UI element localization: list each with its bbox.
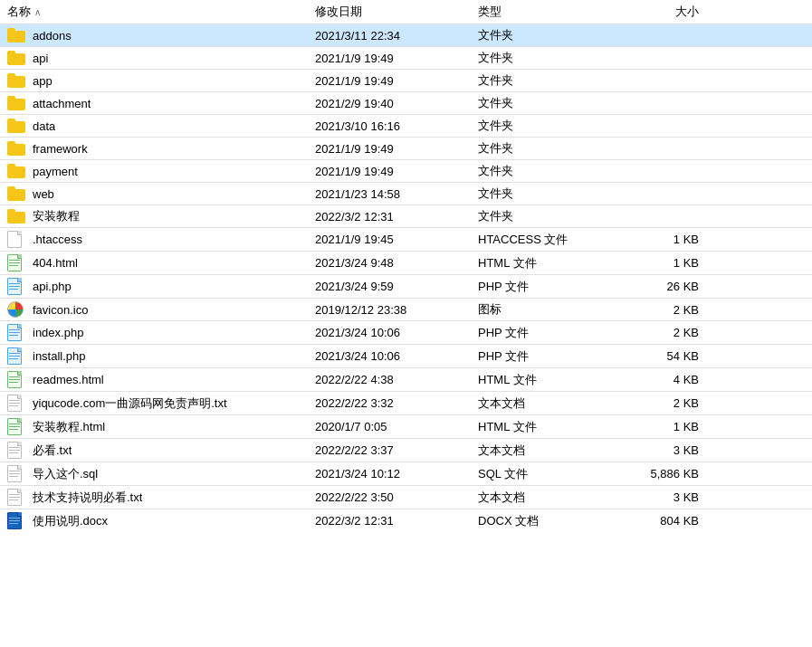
file-icon-container (7, 231, 27, 248)
file-name: api (33, 52, 48, 65)
table-row[interactable]: 使用说明.docx 2022/3/2 12:31 DOCX 文档 804 KB (0, 509, 812, 532)
file-date: 2021/2/9 19:40 (315, 97, 478, 110)
table-row[interactable]: 技术支持说明必看.txt 2022/2/22 3:50 文本文档 3 KB (0, 486, 812, 509)
file-icon-container (7, 28, 27, 43)
file-name-cell: data (7, 119, 315, 133)
folder-icon (7, 141, 25, 156)
column-header-type[interactable]: 类型 (478, 4, 623, 20)
table-row[interactable]: index.php 2021/3/24 10:06 PHP 文件 2 KB (0, 321, 812, 344)
file-icon-container (7, 96, 27, 110)
file-icon-container (7, 73, 27, 88)
table-row[interactable]: data 2021/3/10 16:16 文件夹 (0, 115, 812, 137)
file-size: 54 KB (623, 349, 713, 363)
file-type: SQL 文件 (478, 466, 623, 482)
table-row[interactable]: 导入这个.sql 2021/3/24 10:12 SQL 文件 5,886 KB (0, 462, 812, 485)
file-name: install.php (33, 349, 86, 363)
file-name: attachment (33, 97, 91, 110)
file-icon-container (7, 141, 27, 156)
table-row[interactable]: favicon.ico 2019/12/12 23:38 图标 2 KB (0, 299, 812, 320)
column-header-size[interactable]: 大小 (623, 4, 713, 20)
file-icon-container (7, 371, 27, 388)
file-name: 安装教程.html (33, 419, 105, 435)
table-row[interactable]: attachment 2021/2/9 19:40 文件夹 (0, 92, 812, 114)
file-size: 5,886 KB (623, 467, 713, 480)
file-date: 2022/2/22 3:37 (315, 443, 478, 457)
table-row[interactable]: api 2021/1/9 19:49 文件夹 (0, 47, 812, 69)
folder-icon (7, 209, 25, 224)
file-date: 2022/2/22 3:50 (315, 490, 478, 504)
file-name-cell: api.php (7, 278, 315, 295)
file-type: DOCX 文档 (478, 513, 623, 529)
file-size: 2 KB (623, 303, 713, 317)
table-row[interactable]: web 2021/1/23 14:58 文件夹 (0, 183, 812, 205)
table-row[interactable]: framework 2021/1/9 19:49 文件夹 (0, 138, 812, 159)
file-type: 文件夹 (478, 95, 623, 111)
file-name-cell: api (7, 51, 315, 65)
file-type: 文件夹 (478, 72, 623, 89)
file-name-cell: web (7, 186, 315, 201)
file-size: 26 KB (623, 280, 713, 293)
column-header-date[interactable]: 修改日期 (315, 4, 478, 20)
table-row[interactable]: 404.html 2021/3/24 9:48 HTML 文件 1 KB (0, 252, 812, 274)
file-icon-container (7, 186, 27, 201)
file-icon-container (7, 278, 27, 295)
file-type: HTML 文件 (478, 419, 623, 435)
file-type: PHP 文件 (478, 325, 623, 341)
file-name: api.php (33, 280, 72, 293)
file-icon-container (7, 512, 27, 529)
table-row[interactable]: addons 2021/3/11 22:34 文件夹 (0, 24, 812, 46)
table-row[interactable]: 安装教程 2022/3/2 12:31 文件夹 (0, 205, 812, 227)
folder-icon (7, 164, 25, 178)
file-rows-container: addons 2021/3/11 22:34 文件夹 api 2021/1/9 … (0, 24, 812, 532)
file-name: 导入这个.sql (33, 466, 98, 482)
file-date: 2021/3/24 10:06 (315, 326, 478, 339)
file-icon-container (7, 395, 27, 412)
file-type: 文件夹 (478, 163, 623, 179)
file-name-cell: readmes.html (7, 371, 315, 388)
file-size: 1 KB (623, 233, 713, 246)
file-icon-container (7, 465, 27, 482)
table-row[interactable]: readmes.html 2022/2/22 4:38 HTML 文件 4 KB (0, 368, 812, 391)
html-file-icon (7, 371, 22, 388)
file-name: app (33, 74, 53, 88)
folder-icon (7, 73, 25, 88)
file-name-cell: yiqucode.com一曲源码网免责声明.txt (7, 395, 315, 412)
table-row[interactable]: api.php 2021/3/24 9:59 PHP 文件 26 KB (0, 275, 812, 298)
file-name: 使用说明.docx (33, 513, 108, 529)
file-name-cell: app (7, 73, 315, 88)
file-icon-container (7, 489, 27, 506)
file-date: 2022/3/2 12:31 (315, 514, 478, 528)
table-row[interactable]: payment 2021/1/9 19:49 文件夹 (0, 160, 812, 182)
table-row[interactable]: 必看.txt 2022/2/22 3:37 文本文档 3 KB (0, 439, 812, 461)
file-name: index.php (33, 326, 83, 339)
file-type: HTML 文件 (478, 255, 623, 271)
file-name-cell: 导入这个.sql (7, 465, 315, 482)
file-name: favicon.ico (33, 303, 88, 317)
table-row[interactable]: app 2021/1/9 19:49 文件夹 (0, 70, 812, 91)
file-name: yiqucode.com一曲源码网免责声明.txt (33, 395, 227, 412)
txt-file-icon (7, 395, 22, 412)
file-size: 4 KB (623, 373, 713, 386)
table-header: 名称 ∧ 修改日期 类型 大小 (0, 0, 812, 24)
table-row[interactable]: install.php 2021/3/24 10:06 PHP 文件 54 KB (0, 345, 812, 367)
column-header-name[interactable]: 名称 ∧ (7, 4, 315, 20)
file-size: 3 KB (623, 490, 713, 504)
file-name: 必看.txt (33, 442, 72, 459)
file-name: readmes.html (33, 373, 104, 386)
file-name-cell: 使用说明.docx (7, 512, 315, 529)
file-size: 1 KB (623, 420, 713, 433)
file-type: 文件夹 (478, 186, 623, 202)
file-icon-container (7, 301, 27, 318)
table-row[interactable]: 安装教程.html 2020/1/7 0:05 HTML 文件 1 KB (0, 415, 812, 438)
file-name: data (33, 119, 55, 133)
html-file-icon (7, 254, 22, 271)
table-row[interactable]: .htaccess 2021/1/9 19:45 HTACCESS 文件 1 K… (0, 228, 812, 251)
file-date: 2021/3/24 10:06 (315, 349, 478, 363)
file-name: 404.html (33, 256, 78, 270)
file-date: 2021/3/24 9:48 (315, 256, 478, 270)
file-date: 2022/2/22 3:32 (315, 396, 478, 410)
table-row[interactable]: yiqucode.com一曲源码网免责声明.txt 2022/2/22 3:32… (0, 392, 812, 414)
file-date: 2021/1/9 19:49 (315, 165, 478, 178)
file-icon-container (7, 119, 27, 133)
file-name: web (33, 187, 54, 201)
